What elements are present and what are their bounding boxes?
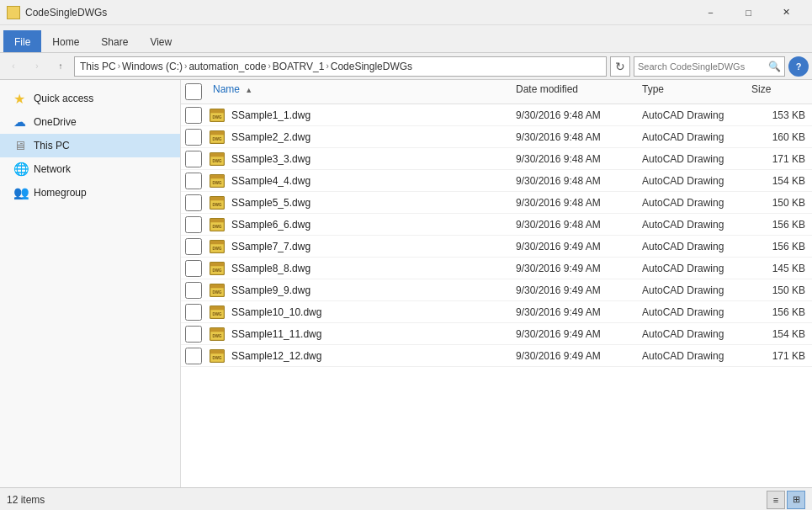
file-size: 171 KB xyxy=(745,350,812,362)
file-size: 153 KB xyxy=(745,109,812,121)
ribbon-tabs: File Home Share View xyxy=(0,25,812,52)
file-name: SSample8_8.dwg xyxy=(225,263,509,274)
titlebar-left: CodeSingleDWGs xyxy=(7,6,107,19)
svg-text:DWG: DWG xyxy=(213,114,222,119)
select-all-checkbox[interactable] xyxy=(185,83,202,100)
table-row[interactable]: DWG SSample1_1.dwg 9/30/2016 9:48 AM Aut… xyxy=(181,104,812,126)
row-checkbox-cell xyxy=(181,348,206,364)
row-checkbox-cell xyxy=(181,194,206,211)
row-checkbox[interactable] xyxy=(185,326,202,343)
homegroup-icon: 👥 xyxy=(13,185,29,200)
row-checkbox[interactable] xyxy=(185,107,202,124)
table-row[interactable]: DWG SSample3_3.dwg 9/30/2016 9:48 AM Aut… xyxy=(181,148,812,170)
details-view-button[interactable]: ≡ xyxy=(767,491,785,509)
tab-home[interactable]: Home xyxy=(41,30,90,52)
up-button[interactable]: ↑ xyxy=(50,56,71,77)
addressbar: ‹ › ↑ This PC › Windows (C:) › automatio… xyxy=(0,53,812,80)
row-checkbox-cell xyxy=(181,173,206,189)
dwg-file-icon: DWG xyxy=(210,262,225,275)
tab-view[interactable]: View xyxy=(139,30,183,52)
titlebar: CodeSingleDWGs − □ ✕ xyxy=(0,0,812,25)
file-date: 9/30/2016 9:48 AM xyxy=(509,131,635,143)
file-type: AutoCAD Drawing xyxy=(635,197,745,209)
table-row[interactable]: DWG SSample12_12.dwg 9/30/2016 9:49 AM A… xyxy=(181,345,812,367)
dwg-file-icon: DWG xyxy=(210,305,225,319)
search-box[interactable]: 🔍 xyxy=(634,56,785,77)
svg-text:DWG: DWG xyxy=(213,333,222,337)
sidebar-item-homegroup[interactable]: 👥 Homegroup xyxy=(0,181,180,205)
row-checkbox[interactable] xyxy=(185,216,202,233)
breadcrumb-automation: automation_code xyxy=(188,61,266,72)
main-area: ★ Quick access ☁ OneDrive 🖥 This PC 🌐 Ne… xyxy=(0,80,812,487)
breadcrumb-boatrv: BOATRV_1 xyxy=(273,61,325,72)
table-row[interactable]: DWG SSample4_4.dwg 9/30/2016 9:48 AM Aut… xyxy=(181,170,812,192)
row-checkbox[interactable] xyxy=(185,194,202,211)
sidebar-item-onedrive[interactable]: ☁ OneDrive xyxy=(0,110,180,134)
dwg-file-icon: DWG xyxy=(210,152,225,166)
row-checkbox[interactable] xyxy=(185,282,202,299)
search-input[interactable] xyxy=(638,61,768,72)
svg-rect-34 xyxy=(210,349,224,353)
row-checkbox[interactable] xyxy=(185,151,202,167)
breadcrumb-thispc: This PC xyxy=(80,61,116,72)
help-button[interactable]: ? xyxy=(788,56,809,77)
search-icon: 🔍 xyxy=(768,61,781,72)
sidebar-item-quick-access[interactable]: ★ Quick access xyxy=(0,87,180,110)
svg-rect-4 xyxy=(210,130,224,134)
file-type: AutoCAD Drawing xyxy=(635,306,745,318)
minimize-button[interactable]: − xyxy=(692,0,730,25)
row-checkbox-cell xyxy=(181,129,206,146)
svg-text:DWG: DWG xyxy=(213,158,222,162)
back-button[interactable]: ‹ xyxy=(3,56,24,77)
tab-file[interactable]: File xyxy=(3,30,41,52)
file-rows-container: DWG SSample1_1.dwg 9/30/2016 9:48 AM Aut… xyxy=(181,104,812,367)
table-row[interactable]: DWG SSample8_8.dwg 9/30/2016 9:49 AM Aut… xyxy=(181,258,812,279)
folder-icon xyxy=(7,6,20,19)
table-row[interactable]: DWG SSample10_10.dwg 9/30/2016 9:49 AM A… xyxy=(181,301,812,323)
file-type: AutoCAD Drawing xyxy=(635,219,745,231)
svg-text:DWG: DWG xyxy=(213,246,222,250)
row-checkbox[interactable] xyxy=(185,348,202,364)
table-row[interactable]: DWG SSample7_7.dwg 9/30/2016 9:49 AM Aut… xyxy=(181,236,812,258)
table-row[interactable]: DWG SSample11_11.dwg 9/30/2016 9:49 AM A… xyxy=(181,323,812,345)
table-row[interactable]: DWG SSample2_2.dwg 9/30/2016 9:48 AM Aut… xyxy=(181,126,812,148)
close-button[interactable]: ✕ xyxy=(767,0,805,25)
row-checkbox[interactable] xyxy=(185,129,202,146)
sep2: › xyxy=(184,61,187,71)
file-date: 9/30/2016 9:49 AM xyxy=(509,306,635,318)
file-size: 150 KB xyxy=(745,284,812,296)
file-size: 156 KB xyxy=(745,219,812,231)
column-header-type[interactable]: Type xyxy=(635,80,745,104)
file-name: SSample1_1.dwg xyxy=(225,109,509,121)
sidebar-item-this-pc[interactable]: 🖥 This PC xyxy=(0,134,180,157)
ribbon: File Home Share View xyxy=(0,25,812,53)
tab-share[interactable]: Share xyxy=(90,30,139,52)
column-header-size[interactable]: Size xyxy=(745,80,812,104)
svg-text:DWG: DWG xyxy=(213,311,222,316)
file-date: 9/30/2016 9:48 AM xyxy=(509,153,635,165)
file-type: AutoCAD Drawing xyxy=(635,175,745,187)
row-checkbox[interactable] xyxy=(185,260,202,277)
row-checkbox[interactable] xyxy=(185,304,202,321)
dwg-file-icon: DWG xyxy=(210,327,225,341)
row-checkbox-cell xyxy=(181,107,206,124)
sidebar-item-network[interactable]: 🌐 Network xyxy=(0,157,180,181)
row-checkbox[interactable] xyxy=(185,238,202,255)
sep1: › xyxy=(118,61,120,71)
row-checkbox[interactable] xyxy=(185,173,202,189)
row-checkbox-cell xyxy=(181,326,206,343)
forward-button[interactable]: › xyxy=(27,56,47,77)
table-row[interactable]: DWG SSample9_9.dwg 9/30/2016 9:49 AM Aut… xyxy=(181,279,812,301)
svg-rect-19 xyxy=(210,240,224,243)
file-name: SSample2_2.dwg xyxy=(225,131,509,143)
column-header-date[interactable]: Date modified xyxy=(509,80,635,104)
sep3: › xyxy=(268,61,270,71)
table-row[interactable]: DWG SSample5_5.dwg 9/30/2016 9:48 AM Aut… xyxy=(181,192,812,214)
tiles-view-button[interactable]: ⊞ xyxy=(787,491,805,509)
maximize-button[interactable]: □ xyxy=(730,0,767,25)
file-list-header: Name ▲ Date modified Type Size xyxy=(181,80,812,104)
column-header-name[interactable]: Name ▲ xyxy=(206,80,509,104)
address-box[interactable]: This PC › Windows (C:) › automation_code… xyxy=(74,56,607,77)
refresh-button[interactable]: ↻ xyxy=(610,56,630,77)
table-row[interactable]: DWG SSample6_6.dwg 9/30/2016 9:48 AM Aut… xyxy=(181,214,812,236)
